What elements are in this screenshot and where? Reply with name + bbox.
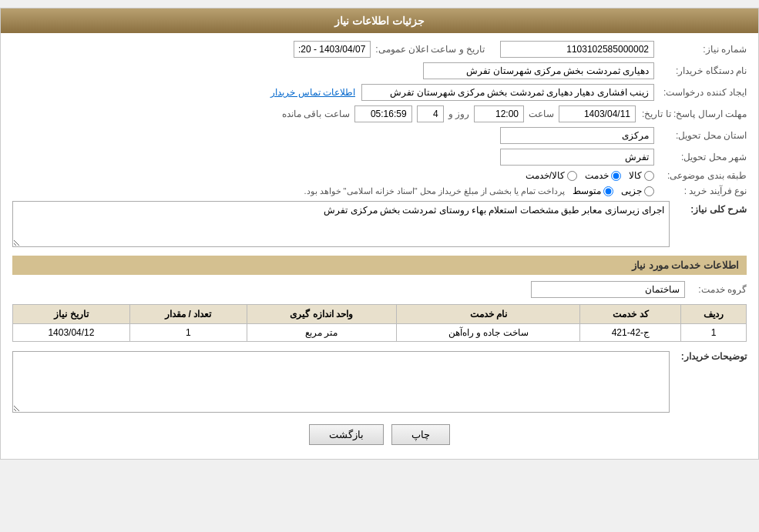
khadamat-section-header: اطلاعات خدمات مورد نیاز xyxy=(12,256,747,275)
khadamat-table: ردیف کد خدمت نام خدمت واحد اندازه گیری ت… xyxy=(12,304,747,342)
button-row: چاپ بازگشت xyxy=(12,424,747,445)
mohlat-remaining-label: ساعت باقی مانده xyxy=(282,109,350,119)
ostan-label: استان محل تحویل: xyxy=(654,130,747,141)
main-container: جزئیات اطلاعات نیاز شماره نیاز: تاریخ و … xyxy=(0,8,759,460)
row-group-khadamat: گروه خدمت: xyxy=(12,281,747,298)
tabaqe-khadamat-label: خدمت xyxy=(585,170,609,181)
tabaqe-khadamat-item: خدمت xyxy=(585,170,621,181)
mohlat-date-input[interactable] xyxy=(559,105,636,122)
row-mohlat: مهلت ارسال پاسخ: تا تاریخ: ساعت روز و سا… xyxy=(12,105,747,122)
description-label: توضیحات خریدار: xyxy=(670,348,747,362)
row-noe-farayand: نوع فرآیند خرید : جزیی متوسط پرداخت تمام… xyxy=(12,186,747,196)
description-wrapper xyxy=(12,348,670,415)
shomara-niaz-input[interactable] xyxy=(500,41,654,58)
noe-motavasset-item: متوسط xyxy=(573,186,613,196)
col-date: تاریخ نیاز xyxy=(13,305,130,324)
col-count: تعداد / مقدار xyxy=(129,305,247,324)
row-description: توضیحات خریدار: xyxy=(12,348,747,415)
mohlat-saat-label: ساعت xyxy=(529,109,554,119)
row-nam-dastgah: نام دستگاه خریدار: xyxy=(12,62,747,79)
row-shahr: شهر محل تحویل: xyxy=(12,149,747,166)
tabaqe-kala-khadamat-radio[interactable] xyxy=(567,171,577,181)
col-code: کد خدمت xyxy=(580,305,681,324)
shahr-label: شهر محل تحویل: xyxy=(654,152,747,162)
row-tabaqe: طبقه بندی موضوعی: کالا خدمت کالا/خدمت xyxy=(12,170,747,181)
row-shomara: شماره نیاز: تاریخ و ساعت اعلان عمومی: xyxy=(12,41,747,58)
col-radif: ردیف xyxy=(681,305,747,324)
noe-farayand-note: پرداخت تمام یا بخشی از مبلغ خریداز محل "… xyxy=(304,186,565,196)
table-header: ردیف کد خدمت نام خدمت واحد اندازه گیری ت… xyxy=(13,305,747,324)
row-ostan: استان محل تحویل: xyxy=(12,127,747,144)
mohlat-rooz-input[interactable] xyxy=(417,105,444,122)
tarikh-input[interactable] xyxy=(294,41,371,58)
mohlat-rooz-label: روز و xyxy=(448,109,469,119)
khadamat-table-container: ردیف کد خدمت نام خدمت واحد اندازه گیری ت… xyxy=(12,304,747,342)
tabaqe-kala-radio[interactable] xyxy=(644,171,654,181)
col-name: نام خدمت xyxy=(397,305,580,324)
tabaqe-khadamat-radio[interactable] xyxy=(611,171,621,181)
content-area: شماره نیاز: تاریخ و ساعت اعلان عمومی: نا… xyxy=(1,33,758,459)
mohlat-label: مهلت ارسال پاسخ: تا تاریخ: xyxy=(636,109,747,119)
form-section: شماره نیاز: تاریخ و ساعت اعلان عمومی: نا… xyxy=(12,41,747,445)
ostan-input[interactable] xyxy=(500,127,654,144)
tabaqe-kala-khadamat-label: کالا/خدمت xyxy=(526,170,565,181)
table-body: 1ج-42-421ساخت جاده و راه‌آهنمتر مربع1140… xyxy=(13,324,747,342)
mohlat-countdown-input[interactable] xyxy=(354,105,412,122)
noe-farayand-radio-group: جزیی متوسط xyxy=(573,186,654,196)
sharh-niaz-wrapper xyxy=(12,201,670,249)
ijad-input[interactable] xyxy=(361,84,654,101)
shahr-input[interactable] xyxy=(500,149,654,166)
noe-farayand-label: نوع فرآیند خرید : xyxy=(654,186,747,196)
tabaqe-kala-item: کالا xyxy=(629,170,654,181)
sharh-niaz-textarea[interactable] xyxy=(12,201,670,247)
tabaqe-label: طبقه بندی موضوعی: xyxy=(654,170,747,181)
tarikh-label: تاریخ و ساعت اعلان عمومی: xyxy=(375,44,485,55)
row-ijad: ایجاد کننده درخواست: اطلاعات تماس خریدار xyxy=(12,84,747,101)
noe-jozyi-label: جزیی xyxy=(621,186,642,196)
page-header: جزئیات اطلاعات نیاز xyxy=(1,8,758,33)
nam-dastgah-label: نام دستگاه خریدار: xyxy=(654,65,747,76)
noe-motavasset-label: متوسط xyxy=(573,186,601,196)
mohlat-saat-input[interactable] xyxy=(474,105,524,122)
back-button[interactable]: بازگشت xyxy=(309,424,384,445)
description-textarea[interactable] xyxy=(12,351,670,413)
group-label: گروه خدمت: xyxy=(685,284,747,295)
ijad-label: ایجاد کننده درخواست: xyxy=(654,87,747,98)
tabaqe-kala-khadamat-item: کالا/خدمت xyxy=(526,170,577,181)
tabaqe-radio-group: کالا خدمت کالا/خدمت xyxy=(526,170,654,181)
table-row: 1ج-42-421ساخت جاده و راه‌آهنمتر مربع1140… xyxy=(13,324,747,342)
contact-link[interactable]: اطلاعات تماس خریدار xyxy=(270,87,355,98)
col-unit: واحد اندازه گیری xyxy=(247,305,396,324)
group-input[interactable] xyxy=(531,281,685,298)
noe-jozyi-item: جزیی xyxy=(621,186,654,196)
row-sharh-niaz: شرح کلی نیاز: xyxy=(12,201,747,249)
shomara-niaz-label: شماره نیاز: xyxy=(654,44,747,55)
noe-jozyi-radio[interactable] xyxy=(644,186,654,196)
sharh-niaz-label: شرح کلی نیاز: xyxy=(670,201,747,215)
page-title: جزئیات اطلاعات نیاز xyxy=(334,15,425,27)
print-button[interactable]: چاپ xyxy=(391,424,450,445)
noe-motavasset-radio[interactable] xyxy=(603,186,613,196)
nam-dastgah-input[interactable] xyxy=(423,62,654,79)
tabaqe-kala-label: کالا xyxy=(629,170,642,181)
